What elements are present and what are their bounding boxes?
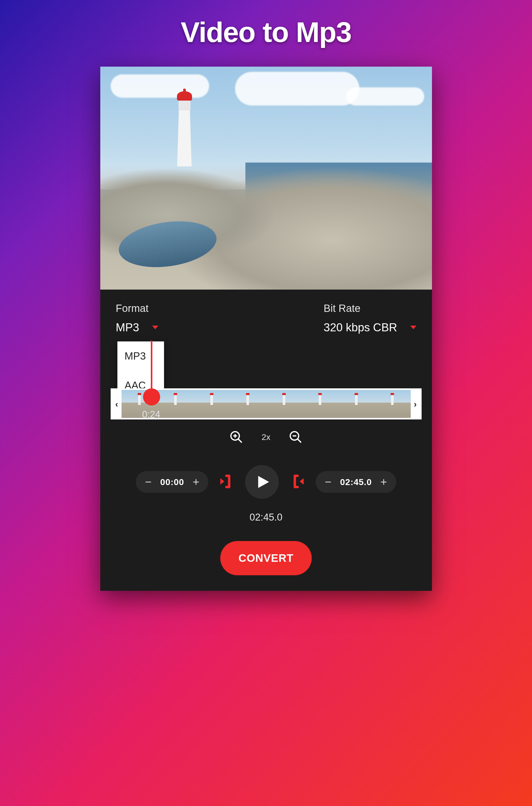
chevron-down-icon: [410, 325, 416, 329]
convert-button[interactable]: CONVERT: [220, 541, 311, 575]
timeline-thumb[interactable]: [194, 390, 230, 418]
play-icon: [256, 475, 270, 489]
timeline-thumb[interactable]: [230, 390, 266, 418]
zoom-in-button[interactable]: [229, 430, 244, 444]
timeline-thumb[interactable]: [302, 390, 338, 418]
timeline-thumb[interactable]: [375, 390, 411, 418]
playhead[interactable]: [151, 341, 152, 400]
video-preview[interactable]: [100, 67, 432, 289]
zoom-level: 2x: [262, 432, 270, 442]
settings-section: Format MP3 Bit Rate 320 kbps CBR MP3 AAC: [100, 289, 432, 342]
mark-in-button[interactable]: [219, 473, 235, 490]
format-select[interactable]: MP3: [116, 321, 158, 334]
end-time-value: 02:45.0: [340, 477, 372, 487]
start-time-decrease[interactable]: −: [143, 476, 153, 488]
zoom-in-icon: [229, 430, 244, 444]
svg-line-1: [238, 439, 242, 443]
app-screen: Format MP3 Bit Rate 320 kbps CBR MP3 AAC…: [100, 67, 432, 591]
timeline-thumb[interactable]: [338, 390, 375, 418]
timeline-prev-button[interactable]: ‹: [112, 390, 121, 418]
hero-title: Video to Mp3: [180, 16, 351, 49]
mark-out-button[interactable]: [289, 473, 305, 490]
play-button[interactable]: [245, 465, 279, 499]
svg-line-5: [298, 439, 301, 443]
format-value: MP3: [116, 321, 139, 334]
end-time-decrease[interactable]: −: [323, 476, 333, 488]
start-time-value: 00:00: [160, 477, 184, 487]
mark-out-icon: [289, 473, 305, 489]
lighthouse-graphic: [175, 91, 194, 166]
playhead-time: 0:24: [142, 409, 160, 420]
bitrate-select[interactable]: 320 kbps CBR: [324, 321, 416, 334]
timeline-thumb[interactable]: [266, 390, 302, 418]
chevron-down-icon: [152, 325, 158, 329]
start-time-increase[interactable]: +: [191, 476, 201, 488]
mark-in-icon: [219, 473, 235, 489]
bitrate-label: Bit Rate: [324, 302, 416, 314]
zoom-out-button[interactable]: [288, 430, 303, 444]
controls-row: − 00:00 + − 02:45.0 +: [100, 465, 432, 499]
start-time-stepper: − 00:00 +: [136, 471, 208, 493]
format-label: Format: [116, 302, 158, 314]
timeline-next-button[interactable]: ›: [411, 390, 420, 418]
bitrate-value: 320 kbps CBR: [324, 321, 397, 334]
duration-label: 02:45.0: [100, 512, 432, 523]
end-time-increase[interactable]: +: [379, 476, 389, 488]
timeline-thumb[interactable]: [157, 390, 194, 418]
zoom-out-icon: [288, 430, 303, 444]
end-time-stepper: − 02:45.0 +: [316, 471, 396, 493]
timeline-thumbs[interactable]: [121, 390, 411, 418]
timeline-section: ‹ › 0:24 2x: [100, 342, 432, 450]
